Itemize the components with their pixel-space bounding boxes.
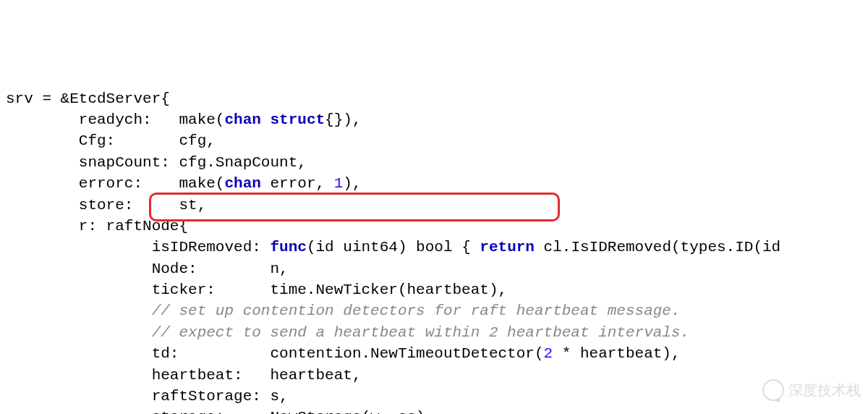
code-block: srv = &EtcdServer{ readych: make(chan st… bbox=[6, 88, 862, 414]
code-line: errorc: make(chan error, 1), bbox=[6, 175, 362, 192]
code-line: isIDRemoved: func(id uint64) bool { retu… bbox=[6, 239, 780, 255]
code-line: // set up contention detectors for raft … bbox=[6, 303, 681, 319]
code-line: Node: n, bbox=[6, 261, 289, 277]
code-line-highlighted: ticker: time.NewTicker(heartbeat), bbox=[6, 282, 507, 298]
code-line: srv = &EtcdServer{ bbox=[6, 90, 170, 107]
code-line: heartbeat: heartbeat, bbox=[6, 367, 361, 384]
code-line: r: raftNode{ bbox=[6, 218, 188, 235]
code-line: raftStorage: s, bbox=[6, 388, 289, 405]
code-line: td: contention.NewTimeoutDetector(2 * he… bbox=[6, 345, 681, 362]
code-line: readych: make(chan struct{}), bbox=[6, 111, 362, 128]
code-line: store: st, bbox=[6, 197, 206, 214]
code-line: snapCount: cfg.SnapCount, bbox=[6, 154, 307, 171]
code-line: Cfg: cfg, bbox=[6, 132, 216, 149]
code-line: // expect to send a heartbeat within 2 h… bbox=[6, 324, 689, 341]
code-line: storage: NewStorage(w, ss), bbox=[6, 409, 434, 414]
